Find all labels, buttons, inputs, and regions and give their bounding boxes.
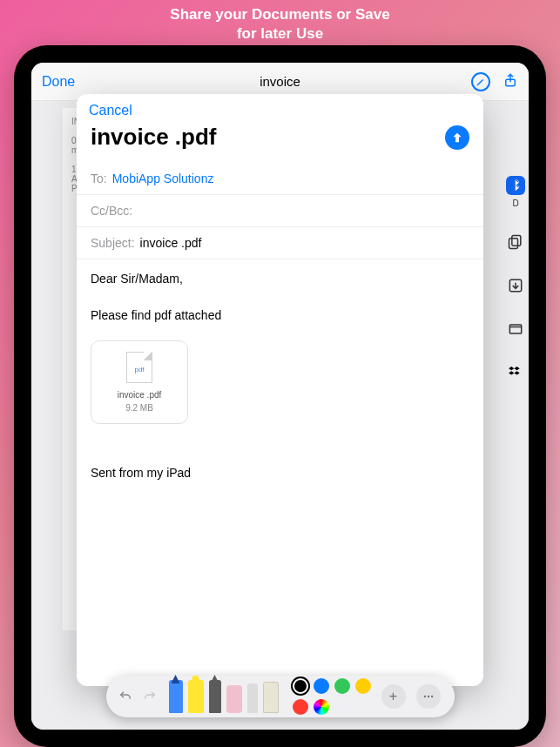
svg-point-7 [430,696,432,697]
share-icon[interactable] [503,71,518,93]
body-greeting: Dear Sir/Madam, [91,270,469,288]
to-value: MobiApp Solutionz [112,172,214,185]
ccbcc-label: Cc/Bcc: [91,204,132,218]
color-green[interactable] [334,678,350,694]
eraser-tool[interactable] [226,685,242,713]
cancel-button[interactable]: Cancel [89,103,132,118]
to-label: To: [91,172,107,185]
redo-button[interactable] [141,688,159,705]
markup-icon[interactable] [471,72,490,91]
attachment-size: 9.2 MB [98,401,180,414]
svg-rect-2 [509,239,518,249]
bluetooth-icon[interactable] [506,176,525,195]
ccbcc-field[interactable]: Cc/Bcc: [77,195,483,227]
color-yellow[interactable] [355,678,371,694]
bluetooth-label: D [512,199,518,208]
subject-field[interactable]: Subject: invoice .pdf [77,227,483,259]
tool-group [169,680,279,713]
dropbox-icon[interactable] [506,363,525,382]
add-button[interactable]: + [381,684,406,709]
to-field[interactable]: To: MobiApp Solutionz [77,163,483,195]
svg-rect-1 [512,236,521,246]
more-button[interactable] [416,684,441,709]
undo-button[interactable] [117,688,134,705]
pen-tool[interactable] [169,680,183,713]
message-body[interactable]: Dear Sir/Madam, Please find pdf attached… [77,259,483,686]
file-ext: pdf [127,365,152,375]
attachment-name: invoice .pdf [98,388,180,401]
subject-value: invoice .pdf [140,236,202,250]
color-blue[interactable] [314,678,329,694]
ipad-frame: Done invoice IN01mi12AnPo D [14,45,546,747]
send-button[interactable] [445,125,469,150]
ipad-screen: Done invoice IN01mi12AnPo D [31,63,529,730]
svg-rect-4 [509,325,521,333]
copy-icon[interactable] [506,232,525,252]
subject-label: Subject: [91,236,135,250]
promo-line1: Share your Documents or Save [0,5,560,24]
attachment[interactable]: pdf invoice .pdf 9.2 MB [91,340,188,424]
body-line: Please find pdf attached [91,306,469,325]
svg-point-5 [423,696,425,697]
marker-tool[interactable] [188,680,204,713]
signature: Sent from my iPad [91,464,469,482]
ruler-tool[interactable] [263,682,279,713]
compose-title: invoice .pdf [91,124,216,151]
color-picker-icon[interactable] [314,699,329,715]
pencil-tool[interactable] [209,680,221,713]
promo-banner: Share your Documents or Save for later U… [0,0,560,44]
share-options-strip: D [503,167,529,391]
window-icon[interactable] [506,320,525,339]
color-palette [293,678,371,715]
promo-line2: for later Use [0,24,560,44]
color-black[interactable] [293,678,308,694]
app-title: invoice [31,74,529,89]
color-red[interactable] [293,699,308,715]
svg-point-6 [427,696,428,697]
mail-compose-sheet: Cancel invoice .pdf To: MobiApp Solution… [77,94,483,686]
lasso-tool[interactable] [247,683,258,713]
save-icon[interactable] [506,276,525,295]
file-icon: pdf [126,352,152,383]
markup-toolbar: + [106,676,455,717]
